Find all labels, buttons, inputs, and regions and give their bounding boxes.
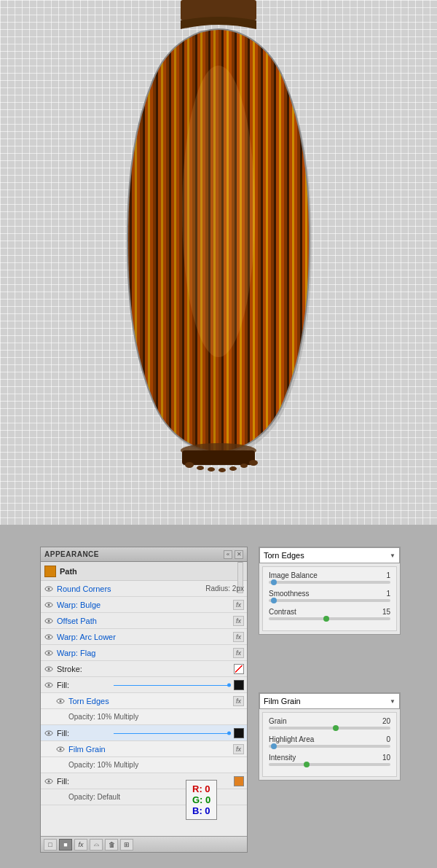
highlight-value: 0 [386,735,390,743]
stroke-swatch[interactable] [234,664,244,674]
offset-path-fx[interactable]: fx [233,616,244,626]
duplicate-btn[interactable]: ⌓ [90,839,103,851]
row-fill1[interactable]: Fill: [41,677,247,693]
intensity-row: Intensity 10 [269,754,390,766]
grain-label: Grain 20 [269,717,390,725]
film-grain-dropdown[interactable]: Film Grain ▼ [259,693,400,709]
grain-thumb[interactable] [333,725,339,731]
svg-point-22 [249,460,258,466]
stroke-label: Stroke: [57,665,232,673]
eye-icon-torn-edges[interactable] [55,696,66,706]
trash-btn[interactable]: 🗑 [105,839,118,851]
offset-path-label[interactable]: Offset Path [57,617,233,625]
highlight-thumb[interactable] [271,743,277,749]
highlight-track[interactable] [269,745,390,748]
eye-icon-warp-arc-lower[interactable] [44,632,54,642]
contrast-row: Contrast 15 [269,608,390,620]
eye-icon-fill3[interactable] [44,776,54,786]
svg-point-42 [60,748,62,750]
fill3-swatch[interactable] [234,776,244,786]
row-warp-bulge[interactable]: Warp: Bulge fx [41,597,247,613]
torn-edges-fx[interactable]: fx [233,696,244,706]
rgb-b-value: B: 0 [192,805,210,816]
round-corners-label[interactable]: Round Corners [57,584,205,593]
panel-collapse-btn[interactable]: « [224,550,232,559]
grain-track[interactable] [269,727,390,730]
panel-close-btn[interactable]: ✕ [235,550,243,559]
rgb-g-value: G: 0 [192,794,210,805]
intensity-label: Intensity 10 [269,754,390,762]
contrast-thumb[interactable] [323,616,329,622]
svg-point-24 [48,587,50,590]
vase-illustration [117,0,320,525]
intensity-thumb[interactable] [304,762,310,767]
row-fill2[interactable]: Fill: [41,725,247,741]
film-grain-label[interactable]: Film Grain [68,745,233,754]
torn-edges-label[interactable]: Torn Edges [68,697,233,705]
row-torn-edges[interactable]: Torn Edges fx [41,693,247,709]
film-grain-params: Grain 20 Highlight Area 0 [262,712,397,777]
torn-edges-params: Image Balance 1 Smoothness 1 [262,566,397,631]
path-color-swatch[interactable] [44,566,56,577]
svg-point-32 [48,652,50,654]
torn-edges-dropdown[interactable]: Torn Edges ▼ [259,547,400,563]
eye-icon-warp-bulge[interactable] [44,600,54,610]
smoothness-thumb[interactable] [271,598,277,603]
row-opacity2: Opacity: 10% Multiply [41,757,247,773]
row-round-corners[interactable]: Round Corners Radius: 2px [41,581,247,597]
image-balance-row: Image Balance 1 [269,571,390,584]
eye-icon-warp-flag[interactable] [44,648,54,658]
panel-title: APPEARANCE [44,550,99,558]
svg-point-20 [229,466,237,471]
torn-edges-dropdown-label: Torn Edges [264,551,304,560]
intensity-value: 10 [382,754,390,762]
film-grain-dropdown-label: Film Grain [264,697,301,705]
warp-bulge-fx[interactable]: fx [233,600,244,610]
warp-bulge-label[interactable]: Warp: Bulge [57,601,233,609]
svg-point-18 [208,467,215,472]
warp-flag-label[interactable]: Warp: Flag [57,649,233,657]
radius-badge: Radius: 2px [205,584,244,593]
row-offset-path[interactable]: Offset Path fx [41,613,247,629]
eye-icon-fill2[interactable] [44,728,54,738]
highlight-label: Highlight Area 0 [269,735,390,743]
contrast-track[interactable] [269,617,390,620]
svg-point-40 [48,732,50,734]
path-header: Path [41,562,247,581]
warp-arc-lower-fx[interactable]: fx [233,632,244,642]
eye-icon-fill1[interactable] [44,680,54,690]
opacity1-text: Opacity: 10% Multiply [68,713,138,721]
svg-point-30 [48,636,50,638]
add-layer-btn[interactable]: □ [44,839,57,851]
fill1-swatch[interactable] [234,680,244,690]
eye-icon-film-grain[interactable] [55,744,66,754]
eye-icon-offset-path[interactable] [44,616,54,626]
bottom-panel: APPEARANCE « ✕ Path [0,525,437,868]
row-stroke[interactable]: Stroke: [41,661,247,677]
svg-point-38 [60,700,62,702]
rgb-r-value: R: 0 [192,783,210,794]
svg-point-44 [48,780,50,782]
warp-flag-fx[interactable]: fx [233,648,244,658]
panel-controls[interactable]: « ✕ [224,550,243,559]
svg-point-13 [182,66,255,357]
panel-toolbar: □ ■ fx ⌓ 🗑 ⊞ [41,836,247,852]
row-warp-arc-lower[interactable]: Warp: Arc Lower fx [41,629,247,645]
warp-arc-lower-label[interactable]: Warp: Arc Lower [57,633,233,641]
eye-icon-round-corners[interactable] [44,584,54,594]
film-grain-fx[interactable]: fx [233,744,244,754]
align-btn[interactable]: ⊞ [120,839,133,851]
image-balance-thumb[interactable] [271,579,277,585]
fill2-swatch[interactable] [234,728,244,738]
contrast-label: Contrast 15 [269,608,390,616]
fx-btn[interactable]: fx [74,839,87,851]
smoothness-track[interactable] [269,599,390,602]
eye-icon-stroke[interactable] [44,664,54,674]
image-balance-track[interactable] [269,581,390,584]
solid-rect-btn[interactable]: ■ [59,839,72,851]
row-warp-flag[interactable]: Warp: Flag fx [41,645,247,661]
intensity-track[interactable] [269,763,390,766]
rgb-popup: R: 0 G: 0 B: 0 [186,780,217,820]
svg-point-19 [219,468,226,472]
row-film-grain[interactable]: Film Grain fx [41,741,247,757]
